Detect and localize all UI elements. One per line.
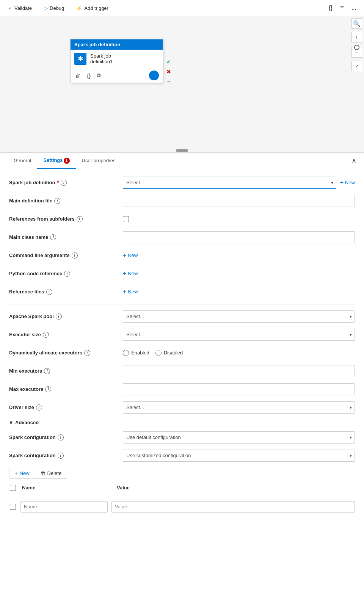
monitor-toolbar-button[interactable]: ≡ [339,3,345,13]
spark-config-2-info-icon[interactable]: i [58,453,64,459]
apache-spark-pool-info-icon[interactable]: i [56,313,62,320]
min-executors-info-icon[interactable]: i [44,368,50,374]
node-json-button[interactable]: {} [86,72,91,80]
main-class-name-info-icon[interactable]: i [50,234,56,240]
main-class-name-input[interactable] [123,231,355,243]
dynamic-allocate-info-icon[interactable]: i [84,350,90,356]
node-side-icons: ✔ ✖ → [165,58,173,85]
config-table: Name Value [9,483,355,513]
python-code-ref-new-button[interactable]: + New [123,270,138,277]
spark-job-def-new-button[interactable]: + New [340,179,355,186]
cmd-args-row: Command line arguments i + New [9,249,355,262]
table-delete-button[interactable]: 🗑 Delete [35,468,67,478]
table-header-checkbox[interactable] [9,485,17,491]
ref-files-info-icon[interactable]: i [46,289,52,295]
tabs-row: General Settings1 User properties ∧ [0,153,364,169]
canvas-controls: 🔍 + − ⤢ [351,18,362,71]
spark-config-2-row: Spark configuration i Use customized con… [9,450,355,462]
validate-icon: ✓ [8,5,13,11]
executor-size-row: Executor size i Select... ▾ [9,329,355,341]
max-executors-info-icon[interactable]: i [45,386,51,392]
spark-job-def-select[interactable]: Select... [123,177,336,189]
spark-config-1-select[interactable]: Use default configuration [123,431,355,444]
form-area: Spark job definition * i Select... ▾ + N… [0,169,364,520]
max-executors-input[interactable] [123,383,355,395]
add-trigger-button[interactable]: ⚡ Add trigger [74,4,111,13]
apache-spark-pool-select-wrap: Select... ▾ [123,310,355,323]
python-code-ref-info-icon[interactable]: i [64,271,70,277]
node-copy-button[interactable]: ⧉ [96,71,102,80]
dynamic-allocate-row: Dynamically allocate executors i Enabled… [9,347,355,359]
node-delete-button[interactable]: 🗑 [74,72,82,80]
enabled-radio[interactable] [123,350,129,356]
spark-job-node[interactable]: Spark job definition ✱ Spark job definit… [70,39,163,83]
table-delete-icon: 🗑 [41,470,46,476]
driver-size-select[interactable]: Select... [123,401,355,414]
main-def-file-info-icon[interactable]: i [54,198,60,204]
spark-config-2-select[interactable]: Use customized configuration [123,450,355,462]
main-def-file-input[interactable] [123,195,355,207]
max-executors-control [123,383,355,395]
tab-general[interactable]: General [8,153,37,169]
table-new-button[interactable]: + New [9,468,35,478]
search-canvas-button[interactable]: 🔍 [351,18,362,29]
dynamic-allocate-label: Dynamically allocate executors i [9,350,123,356]
trigger-icon: ⚡ [76,5,82,11]
node-icon: ✱ [74,53,86,65]
executor-size-control: Select... ▾ [123,329,355,341]
table-row-value-input[interactable] [111,501,355,513]
advanced-header[interactable]: ∨ Advanced [9,420,355,425]
min-executors-input[interactable] [123,365,355,377]
min-executors-control [123,365,355,377]
spark-job-def-info-icon[interactable]: i [61,180,67,186]
zoom-in-button[interactable]: + [351,32,362,42]
validate-button[interactable]: ✓ Validate [6,4,34,13]
dynamic-allocate-radio-group: Enabled Disabled [123,350,183,356]
cmd-args-new-button[interactable]: + New [123,252,138,259]
tab-user-properties[interactable]: User properties [76,153,122,169]
table-toolbar: + New 🗑 Delete [9,468,67,479]
refs-subfolders-checkbox[interactable] [123,216,129,222]
zoom-slider-thumb[interactable] [354,45,359,50]
node-body: ✱ Spark job definition1 [71,50,163,68]
collapse-panel-button[interactable]: ∧ [351,157,356,165]
fit-view-button[interactable]: ⤢ [351,61,362,71]
python-code-ref-control: + New [123,270,355,277]
cmd-args-info-icon[interactable]: i [72,252,78,259]
driver-size-info-icon[interactable]: i [36,404,42,411]
table-row-name-input[interactable] [20,501,108,513]
ref-files-label: Reference files i [9,289,123,295]
executor-size-select[interactable]: Select... [123,329,355,341]
advanced-chevron-icon: ∨ [9,420,13,425]
max-executors-label: Max executors i [9,386,123,392]
debug-button[interactable]: ▷ Debug [42,4,66,13]
json-toolbar-button[interactable]: {} [327,3,334,13]
more-toolbar-button[interactable]: ... [350,3,358,13]
executor-size-info-icon[interactable]: i [43,332,49,338]
apache-spark-pool-select[interactable]: Select... [123,310,355,323]
max-executors-row: Max executors i [9,383,355,395]
main-def-file-label: Main definition file i [9,198,123,204]
cmd-args-control: + New [123,252,355,259]
spark-config-2-select-wrap: Use customized configuration ▾ [123,450,355,462]
panel-resize-handle[interactable] [176,149,188,152]
min-executors-label: Min executors i [9,368,123,374]
main-toolbar: ✓ Validate ▷ Debug ⚡ Add trigger {} ≡ ..… [0,0,364,16]
ref-files-new-button[interactable]: + New [123,288,138,295]
disabled-radio[interactable] [155,350,162,356]
cross-icon: ✖ [165,68,173,75]
tab-settings[interactable]: Settings1 [37,153,75,169]
refs-subfolders-info-icon[interactable]: i [77,216,83,222]
spark-job-def-control: Select... ▾ + New [123,177,355,189]
table-row-checkbox[interactable] [9,504,17,510]
disabled-radio-label[interactable]: Disabled [155,350,183,356]
arrow-side-icon: → [165,78,173,85]
node-arrow-button[interactable]: → [149,71,159,80]
debug-icon: ▷ [44,5,48,11]
apache-spark-pool-label: Apache Spark pool i [9,313,123,320]
spark-config-1-info-icon[interactable]: i [58,434,64,440]
canvas-area: Spark job definition ✱ Spark job definit… [0,16,364,153]
enabled-radio-label[interactable]: Enabled [123,350,149,356]
executor-size-select-wrap: Select... ▾ [123,329,355,341]
apache-spark-pool-row: Apache Spark pool i Select... ▾ [9,310,355,323]
